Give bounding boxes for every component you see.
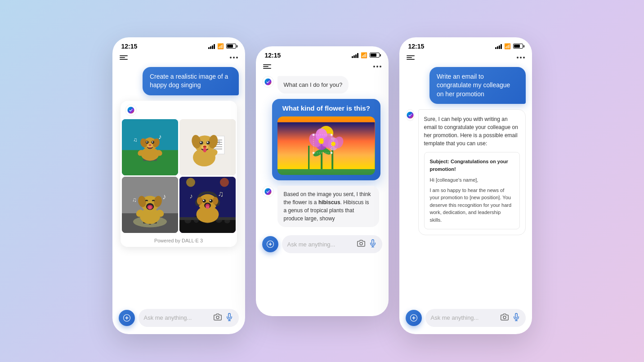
- svg-text:♫: ♫: [132, 197, 136, 203]
- svg-point-13: [152, 141, 153, 143]
- left-chat-area: Create a realistic image of a happy dog …: [112, 63, 245, 304]
- center-ai-greeting-text: What can I do for you?: [277, 76, 349, 94]
- svg-point-107: [313, 152, 315, 154]
- right-ai-response-text: Sure, I can help you with writing an ema…: [418, 109, 526, 235]
- svg-rect-92: [308, 146, 309, 169]
- left-hamburger-icon[interactable]: [120, 55, 128, 60]
- right-nav-bar: [399, 54, 532, 63]
- center-phone: 12:15 📶: [256, 46, 389, 316]
- wifi-icon: 📶: [217, 43, 224, 49]
- center-copilot-icon: [262, 76, 274, 88]
- svg-point-33: [200, 141, 203, 144]
- dog-image-3: ♪ ♫: [122, 177, 178, 233]
- left-camera-icon[interactable]: [214, 313, 222, 323]
- center-ai-flower-response: Based on the image you sent, I think the…: [262, 186, 382, 227]
- signal-bars-icon: [208, 44, 215, 49]
- center-dots-menu[interactable]: [373, 66, 381, 67]
- right-input-icons: [501, 313, 520, 323]
- left-input-placeholder: Ask me anything...: [144, 314, 210, 321]
- svg-rect-91: [331, 147, 333, 169]
- right-add-button[interactable]: [406, 310, 422, 326]
- svg-point-36: [207, 141, 208, 143]
- right-signal-icon: [495, 44, 502, 49]
- svg-point-112: [503, 316, 506, 318]
- right-user-message: Write an email to congratulate my collea…: [429, 67, 526, 104]
- center-mic-icon[interactable]: [369, 239, 377, 249]
- center-flower-bubble: What kind of flower is this?: [272, 99, 380, 180]
- right-email-body: I am so happy to hear the news of your p…: [430, 187, 514, 224]
- svg-point-15: [148, 144, 151, 146]
- svg-point-39: [203, 147, 206, 152]
- right-hamburger-icon[interactable]: [407, 55, 415, 60]
- svg-text:♫: ♫: [133, 137, 137, 143]
- left-input-bar[interactable]: Ask me anything...: [139, 309, 239, 327]
- svg-point-60: [186, 178, 195, 187]
- left-status-icons: 📶: [208, 43, 236, 49]
- center-input-icons: [357, 239, 377, 249]
- left-dots-menu[interactable]: [230, 57, 238, 58]
- center-wifi-icon: 📶: [361, 52, 367, 58]
- center-time: 12:15: [265, 52, 281, 59]
- center-hamburger-icon[interactable]: [263, 64, 271, 69]
- left-phone: 12:15 📶: [112, 37, 245, 334]
- left-add-button[interactable]: [119, 310, 135, 326]
- right-status-bar: 12:15 📶: [399, 37, 532, 54]
- svg-point-75: [197, 197, 202, 205]
- center-input-placeholder: Ask me anything...: [287, 241, 353, 248]
- svg-point-61: [220, 178, 229, 187]
- dog-image-2: ♪ ♫: [179, 119, 236, 175]
- left-input-icons: [214, 313, 233, 323]
- right-ai-intro: Sure, I can help you with writing an ema…: [424, 115, 520, 147]
- dog-image-1: ♪ ♫: [122, 119, 178, 175]
- center-copilot-icon-2: [262, 186, 274, 197]
- center-input-area: Ask me anything...: [256, 231, 389, 260]
- right-phone-wrapper: 12:15 📶: [399, 28, 532, 334]
- center-flower-image: [277, 116, 375, 175]
- battery-icon: [226, 44, 236, 49]
- right-mic-icon[interactable]: [512, 313, 520, 323]
- left-phone-wrapper: 12:15 📶: [112, 28, 245, 334]
- center-camera-icon[interactable]: [357, 239, 365, 249]
- svg-point-103: [331, 142, 336, 146]
- right-copilot-icon: [406, 109, 415, 121]
- center-chat-area: What can I do for you? What kind of flow…: [256, 72, 389, 231]
- svg-point-77: [202, 199, 206, 203]
- svg-point-38: [203, 145, 206, 147]
- center-nav-bar: [256, 63, 389, 72]
- left-nav-bar: [112, 54, 245, 63]
- left-input-area: Ask me anything...: [112, 304, 245, 334]
- center-signal-icon: [352, 53, 358, 58]
- svg-point-35: [200, 141, 201, 143]
- center-status-icons: 📶: [352, 52, 380, 58]
- svg-point-80: [210, 200, 211, 201]
- left-mic-icon[interactable]: [225, 313, 233, 323]
- center-flower-question: What kind of flower is this?: [277, 104, 375, 112]
- right-input-area: Ask me anything...: [399, 304, 532, 334]
- svg-point-54: [148, 206, 152, 210]
- center-input-bar[interactable]: Ask me anything...: [282, 235, 382, 253]
- right-ai-response-bubble: Sure, I can help you with writing an ema…: [406, 109, 526, 235]
- svg-text:♫: ♫: [218, 189, 224, 198]
- svg-point-108: [331, 152, 333, 154]
- left-user-message: Create a realistic image of a happy dog …: [143, 67, 239, 95]
- svg-point-106: [331, 134, 333, 136]
- center-ai-greeting-bubble: What can I do for you?: [262, 76, 382, 94]
- right-phone: 12:15 📶: [399, 37, 532, 334]
- right-email-greeting: Hi [colleague's name],: [430, 176, 514, 184]
- right-dots-menu[interactable]: [517, 57, 525, 58]
- left-image-grid: ♪ ♫: [121, 118, 237, 234]
- center-status-bar: 12:15 📶: [256, 46, 389, 63]
- right-camera-icon[interactable]: [501, 313, 509, 323]
- center-ai-flower-text: Based on the image you sent, I think the…: [277, 186, 380, 227]
- svg-point-79: [203, 200, 204, 201]
- svg-point-87: [216, 316, 219, 318]
- center-battery-icon: [370, 53, 380, 58]
- center-add-button[interactable]: [262, 236, 278, 252]
- left-copilot-icon: [125, 104, 137, 116]
- right-input-bar[interactable]: Ask me anything...: [425, 309, 526, 327]
- right-email-card: Subject: Congratulations on your promoti…: [424, 152, 520, 229]
- left-status-bar: 12:15 📶: [112, 37, 245, 54]
- svg-point-78: [209, 199, 213, 203]
- right-status-icons: 📶: [495, 43, 523, 49]
- svg-text:♪: ♪: [189, 192, 193, 199]
